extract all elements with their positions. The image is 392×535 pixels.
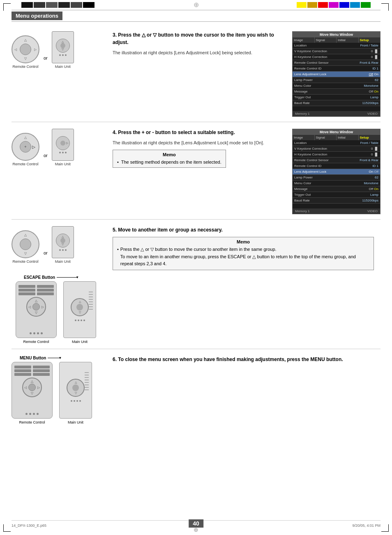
mw1-row-mc-val: Monotone xyxy=(362,83,380,88)
escape-arrow-tip: ▼ xyxy=(76,276,79,279)
mw2-tab-signal: Signal xyxy=(315,135,337,140)
mw1-row-lal-val: Off On xyxy=(367,72,380,77)
s6pn-center xyxy=(72,384,79,391)
menu-window-2: Move Menu Window Image Signal Initial Se… xyxy=(292,129,380,214)
mw1-row-msg: Message Off On xyxy=(293,89,380,95)
mw1-row-lp-name: Lamp Power xyxy=(293,77,373,83)
section3-instruction-body: Press the △ or ▽ button to move the curs… xyxy=(113,32,274,45)
main-unit-circle: △ ▽ xyxy=(56,39,70,53)
mw2-row-mc: Menu Color Monotone xyxy=(293,181,380,186)
section6-remote-label: Remote Control xyxy=(19,420,45,424)
mw2-row-lp: Lamp Power 62 xyxy=(293,175,380,181)
section6-instruction: 6. To close the menu screen when you hav… xyxy=(106,356,380,363)
s4-mu-circle: ▷ xyxy=(56,136,70,150)
section3-or-text: or xyxy=(44,56,48,60)
s4-dot1 xyxy=(59,152,61,153)
section4-remote-label: Remote Control xyxy=(12,162,38,166)
menu-arrow-line: ▼ xyxy=(48,358,60,358)
s6-proj-nav: △ ▽ xyxy=(67,379,85,397)
s4-arrow-up: △ xyxy=(24,136,27,139)
mw1-row-location-val: Front / Table xyxy=(359,43,380,48)
s6-remote-top-btns xyxy=(14,366,50,376)
mw1-tabs: Image Signal Initial Setup xyxy=(293,37,380,43)
corner-mark-br xyxy=(381,524,389,532)
s5-bullet: • xyxy=(117,246,119,268)
section4-menu-window: Move Menu Window Image Signal Initial Se… xyxy=(292,129,380,214)
s5-dot2 xyxy=(62,249,64,251)
section5-escape-group: ESCAPE Button ▼ xyxy=(16,275,96,344)
mw2-mem: Memory 1 xyxy=(295,209,310,213)
top-left-bars xyxy=(21,2,95,8)
s6d2 xyxy=(29,413,31,415)
section4-instruction-body: Press the + or - button to select a suit… xyxy=(118,130,235,135)
section5-dots xyxy=(59,249,67,251)
bar6 xyxy=(83,2,95,8)
s5-dot1 xyxy=(59,249,61,251)
section5-controls-top: △ ▽ Remote Control or △ ▽ xyxy=(12,226,106,265)
section-4: △ + ▷ Remote Control or ▷ xyxy=(12,129,380,220)
s6-rbtn1 xyxy=(14,366,31,368)
s6-btn-col2 xyxy=(33,366,50,376)
section4-mainunit-col: ▷ Main Unit xyxy=(52,129,74,166)
mw1-row-msg-name: Message xyxy=(293,89,367,94)
mw1-bottom: Memory 1 VIDEO xyxy=(293,111,380,116)
section4-controls: △ + ▷ Remote Control or ▷ xyxy=(12,129,106,168)
lr-arrow-left: ◁ xyxy=(28,305,31,308)
corner-mark-bl xyxy=(3,524,11,532)
section6-large-pair: △ ▽ ◁ ▷ xyxy=(12,362,106,424)
mw1-row-rcs: Remote Control Sensor Front & Rear xyxy=(293,60,380,66)
s6-lr-down: ▽ xyxy=(31,391,33,395)
mw1-tab-image: Image xyxy=(293,37,315,43)
section5-remote-large-label: Remote Control xyxy=(23,340,49,344)
menu-arrow-tip: ▼ xyxy=(59,356,62,360)
mw1-tab-setup: Setup xyxy=(359,37,380,43)
section4-remote-circle: △ + ▷ xyxy=(12,133,39,161)
pd3 xyxy=(81,320,82,321)
mw1-row-rcid-name: Remote Control ID xyxy=(293,66,371,71)
section5-memo-box: Memo • Press the △ or ▽ button to move t… xyxy=(113,237,374,270)
section-3: △ ▽ ◁ ▷ Remote Control or △ ▽ xyxy=(12,31,380,122)
section3-number: 3. xyxy=(113,32,117,38)
section6-number: 6. xyxy=(113,357,117,362)
section4-memo-title: Memo xyxy=(117,152,221,157)
header-top-line xyxy=(12,10,380,10)
large-remote-dots xyxy=(30,332,43,334)
section5-memo-item: • Press the △ or ▽ button to move the cu… xyxy=(117,246,369,268)
s5-mu-down: ▽ xyxy=(62,243,64,246)
section4-mainunit-label: Main Unit xyxy=(55,162,71,166)
arrow-up-icon: △ xyxy=(24,38,27,42)
s5-memo-line1: Press the △ or ▽ button to move the curs… xyxy=(120,247,277,252)
section5-memo-title: Memo xyxy=(117,239,369,244)
mw1-row-location: Location Front / Table xyxy=(293,43,380,49)
s5-mu-circle: △ ▽ xyxy=(56,234,70,248)
s6-rbtn5 xyxy=(33,369,50,372)
section3-remote-label: Remote Control xyxy=(12,65,38,69)
section3-menu-window: Move Menu Window Image Signal Initial Se… xyxy=(292,31,380,117)
mw1-row-mc-name: Menu Color xyxy=(293,83,362,88)
section3-controls: △ ▽ ◁ ▷ Remote Control or △ ▽ xyxy=(12,31,106,70)
rbtn2 xyxy=(18,289,35,292)
section5-projector-col: △ ▽ Main Unit xyxy=(63,281,96,344)
lr-dot3 xyxy=(37,332,39,334)
bar2 xyxy=(34,2,45,8)
mw2-tab-initial: Initial xyxy=(337,135,359,140)
section5-memo-content: • Press the △ or ▽ button to move the cu… xyxy=(117,246,369,268)
s6d4 xyxy=(37,413,39,415)
section6-projector: △ ▽ xyxy=(59,362,92,419)
section6-instruction-body: To close the menu screen when you have f… xyxy=(118,357,343,362)
escape-button-label: ESCAPE Button xyxy=(24,275,55,280)
section5-instruction-text: 5. Move to another item or group as nece… xyxy=(113,226,374,234)
lr-dot2 xyxy=(33,332,35,334)
mw1-row-to-name: Trigger Out xyxy=(293,95,369,100)
vent4 xyxy=(89,299,93,300)
color-bar-c xyxy=(350,2,360,8)
section-5: △ ▽ Remote Control or △ ▽ xyxy=(12,226,380,349)
dot1 xyxy=(59,54,61,56)
section4-main-unit-dots xyxy=(59,152,67,153)
s6v7 xyxy=(85,387,89,388)
s6pd4 xyxy=(79,400,81,402)
pn-up: △ xyxy=(79,300,81,303)
s6v6 xyxy=(85,384,89,385)
section4-or-text: or xyxy=(44,153,48,158)
section3-mainunit-label: Main Unit xyxy=(55,65,71,69)
